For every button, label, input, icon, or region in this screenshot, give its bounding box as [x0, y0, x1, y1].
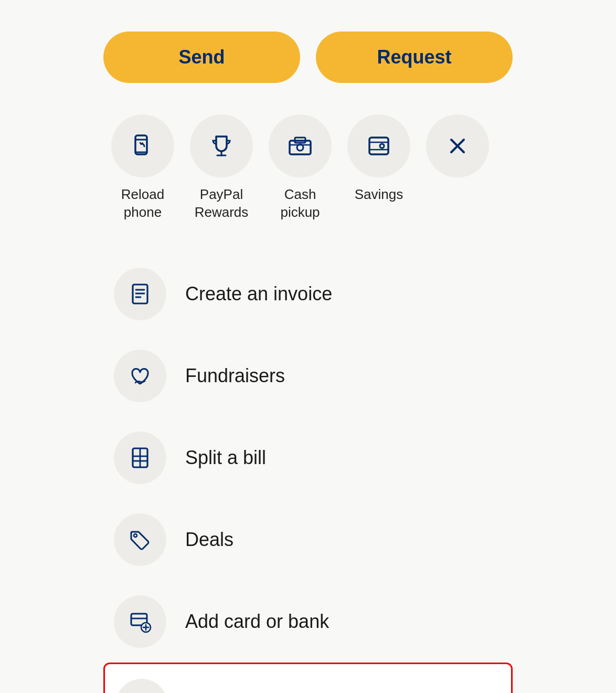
trophy-icon: [208, 132, 235, 160]
list-item-split-bill[interactable]: Split a bill: [103, 417, 513, 499]
quick-action-savings[interactable]: Savings: [345, 114, 413, 204]
list-section: Create an invoice Fundraisers: [103, 253, 513, 693]
split-bill-label: Split a bill: [185, 447, 266, 469]
quick-action-reload-phone[interactable]: Reloadphone: [109, 114, 177, 222]
top-buttons: Send Request: [103, 32, 513, 83]
reload-phone-icon: [129, 132, 156, 160]
savings-icon: [365, 132, 392, 160]
svg-point-10: [380, 144, 384, 148]
invoice-icon: [128, 282, 152, 306]
deals-label: Deals: [185, 529, 233, 551]
main-container: Send Request Reloadphone: [72, 0, 544, 693]
create-invoice-label: Create an invoice: [185, 283, 332, 305]
savings-icon-circle: [347, 114, 410, 177]
add-card-icon-circle: [114, 595, 166, 648]
split-bill-icon: [128, 446, 152, 470]
split-bill-icon-circle: [114, 432, 166, 484]
send-button[interactable]: Send: [103, 32, 300, 83]
svg-rect-9: [369, 138, 388, 154]
add-card-label: Add card or bank: [185, 611, 329, 633]
fundraisers-label: Fundraisers: [185, 365, 285, 387]
close-icon: [444, 132, 471, 160]
cash-pickup-label: Cashpickup: [280, 186, 320, 222]
crypto-icon-circle: [115, 679, 168, 693]
quick-action-cash-pickup[interactable]: Cashpickup: [266, 114, 334, 222]
list-item-deals[interactable]: Deals: [103, 499, 513, 581]
fundraisers-icon-circle: [114, 350, 166, 402]
list-item-fundraisers[interactable]: Fundraisers: [103, 335, 513, 417]
cash-pickup-icon: [286, 132, 314, 160]
deals-icon: [128, 528, 152, 552]
list-item-create-invoice[interactable]: Create an invoice: [103, 253, 513, 335]
close-icon-circle: [426, 114, 489, 177]
add-card-icon: [128, 610, 152, 634]
deals-icon-circle: [114, 513, 166, 566]
reload-phone-icon-circle: [111, 114, 174, 177]
create-invoice-icon-circle: [114, 268, 166, 320]
list-item-crypto[interactable]: Crypto: [103, 663, 513, 693]
quick-action-close[interactable]: [423, 114, 492, 177]
reload-phone-label: Reloadphone: [121, 186, 164, 222]
quick-action-paypal-rewards[interactable]: PayPalRewards: [187, 114, 256, 222]
paypal-rewards-label: PayPalRewards: [195, 186, 249, 222]
savings-label: Savings: [355, 186, 403, 204]
quick-actions-row: Reloadphone PayPalRewards: [103, 114, 513, 222]
list-item-add-card-or-bank[interactable]: Add card or bank: [103, 581, 513, 663]
svg-point-23: [134, 534, 137, 537]
fundraisers-icon: [128, 364, 152, 388]
paypal-rewards-icon-circle: [190, 114, 253, 177]
request-button[interactable]: Request: [316, 32, 513, 83]
cash-pickup-icon-circle: [269, 114, 332, 177]
